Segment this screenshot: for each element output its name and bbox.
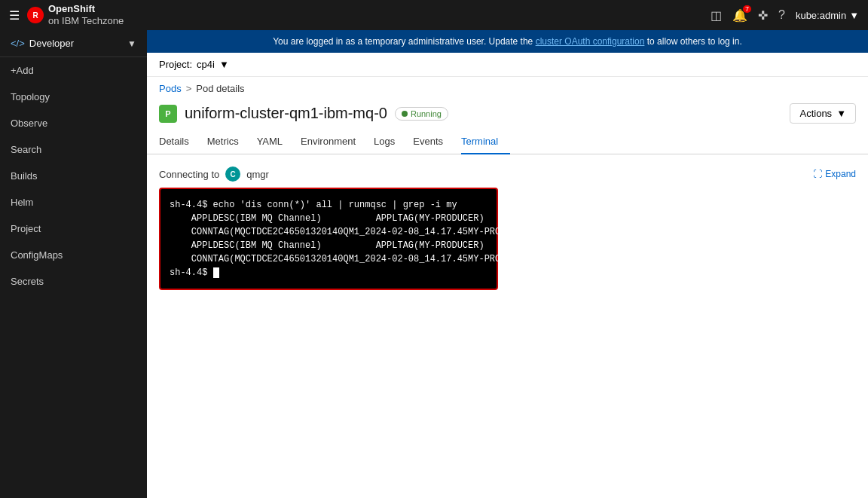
sidebar: </> Developer ▼ +Add Topology Observe Se… (0, 30, 147, 498)
banner-message-end: to allow others to log in. (647, 36, 742, 47)
terminal-cursor (213, 267, 219, 278)
container-name: qmgr (246, 169, 269, 180)
project-static-label: Project: (159, 59, 192, 70)
status-badge: Running (395, 107, 448, 121)
sidebar-item-observe[interactable]: Observe (0, 110, 147, 136)
brand-ibm: on IBM Techzone (48, 15, 124, 26)
tab-environment[interactable]: Environment (301, 130, 368, 154)
user-chevron-icon: ▼ (849, 10, 859, 21)
sidebar-item-topology[interactable]: Topology (0, 84, 147, 110)
pod-name: uniform-cluster-qm1-ibm-mq-0 (185, 105, 387, 122)
tab-metrics[interactable]: Metrics (207, 130, 251, 154)
observe-label: Observe (11, 118, 47, 129)
redhat-circle: R (27, 7, 44, 23)
hamburger-menu-icon[interactable]: ☰ (9, 8, 20, 23)
info-banner: You are logged in as a temporary adminis… (147, 30, 868, 53)
sidebar-item-add[interactable]: +Add (0, 57, 147, 84)
project-dropdown-icon[interactable]: ▼ (219, 59, 229, 70)
actions-chevron-icon: ▼ (836, 108, 846, 119)
sidebar-item-secrets[interactable]: Secrets (0, 268, 147, 295)
tab-events[interactable]: Events (413, 130, 455, 154)
help-icon[interactable]: ? (778, 8, 785, 22)
tab-terminal[interactable]: Terminal (461, 130, 510, 154)
pod-icon-letter: P (165, 109, 170, 118)
project-name: cp4i (197, 59, 215, 70)
connecting-row: Connecting to C qmgr ⛶ Expand (159, 167, 856, 182)
grid-icon[interactable]: ◫ (711, 8, 722, 23)
oauth-config-link[interactable]: cluster OAuth configuration (536, 36, 645, 47)
add-label: +Add (11, 65, 34, 76)
topology-label: Topology (11, 91, 50, 102)
connecting-label: Connecting to (159, 169, 219, 180)
status-text: Running (411, 109, 442, 118)
terminal-output[interactable]: sh-4.4$ echo 'dis conn(*)' all | runmqsc… (159, 188, 498, 290)
breadcrumb-current: Pod details (196, 83, 244, 94)
redhat-logo: R OpenShift on IBM Techzone (27, 3, 124, 26)
username-label: kube:admin (796, 10, 846, 21)
expand-label: Expand (825, 169, 856, 179)
pod-header: P uniform-cluster-qm1-ibm-mq-0 Running A… (147, 97, 868, 124)
breadcrumb-pods-link[interactable]: Pods (159, 83, 182, 94)
banner-message: You are logged in as a temporary adminis… (273, 36, 533, 47)
sidebar-collapse-icon[interactable]: ▼ (127, 38, 136, 49)
top-navigation: ☰ R OpenShift on IBM Techzone ◫ 🔔 7 ✜ ? … (0, 0, 868, 30)
expand-icon: ⛶ (813, 169, 822, 179)
terminal-section: Connecting to C qmgr ⛶ Expand sh-4.4$ ec… (147, 154, 868, 498)
bell-icon[interactable]: 🔔 7 (732, 8, 747, 23)
helm-label: Helm (11, 197, 33, 208)
container-letter: C (231, 170, 236, 179)
project-label: Project (11, 223, 41, 234)
sidebar-item-search[interactable]: Search (0, 136, 147, 163)
actions-label: Actions (799, 108, 832, 119)
sidebar-item-project[interactable]: Project (0, 215, 147, 242)
brand-openshift: OpenShift (48, 3, 95, 14)
sidebar-item-helm[interactable]: Helm (0, 189, 147, 215)
tab-details[interactable]: Details (159, 130, 201, 154)
sidebar-header: </> Developer ▼ (0, 30, 147, 57)
user-menu[interactable]: kube:admin ▼ (796, 10, 859, 21)
container-icon: C (225, 167, 240, 182)
actions-button[interactable]: Actions ▼ (790, 103, 856, 124)
tab-yaml[interactable]: YAML (257, 130, 295, 154)
secrets-label: Secrets (11, 276, 44, 287)
sidebar-item-builds[interactable]: Builds (0, 163, 147, 189)
sidebar-header-label: Developer (29, 38, 74, 49)
notification-badge: 7 (743, 5, 751, 13)
pod-icon: P (159, 105, 177, 123)
project-bar: Project: cp4i ▼ (147, 53, 868, 77)
plus-circle-icon[interactable]: ✜ (758, 8, 768, 23)
pod-title-row: P uniform-cluster-qm1-ibm-mq-0 Running (159, 105, 448, 123)
search-label: Search (11, 144, 41, 155)
main-content: Project: cp4i ▼ Pods > Pod details P uni… (147, 53, 868, 498)
breadcrumb: Pods > Pod details (147, 77, 868, 97)
tab-logs[interactable]: Logs (374, 130, 407, 154)
expand-button[interactable]: ⛶ Expand (813, 169, 856, 179)
developer-icon: </> (11, 38, 25, 49)
configmaps-label: ConfigMaps (11, 249, 63, 261)
sidebar-item-configmaps[interactable]: ConfigMaps (0, 242, 147, 268)
tabs-bar: Details Metrics YAML Environment Logs Ev… (147, 130, 868, 154)
breadcrumb-separator: > (186, 83, 192, 94)
status-dot (402, 111, 408, 117)
builds-label: Builds (11, 170, 37, 182)
